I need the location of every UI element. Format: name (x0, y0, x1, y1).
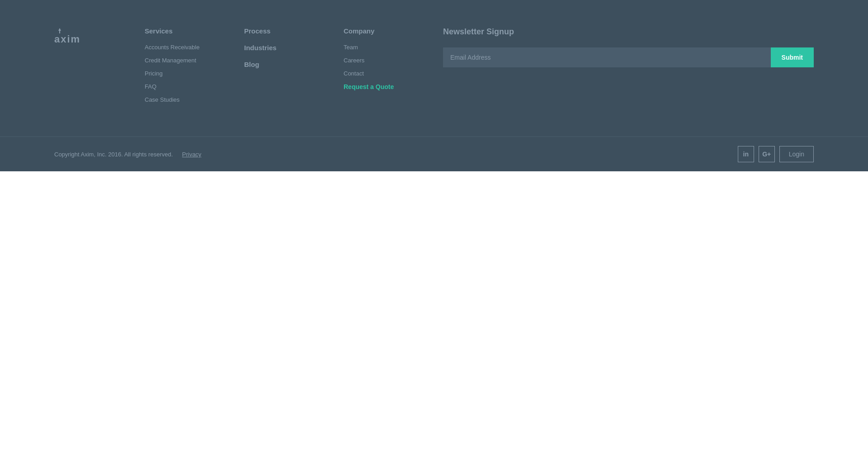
email-input[interactable] (443, 47, 771, 67)
footer: axim Services Accounts Receivable Credit… (0, 0, 868, 171)
footer-columns: Services Accounts Receivable Credit Mana… (145, 27, 814, 109)
services-link-case-studies[interactable]: Case Studies (145, 96, 208, 103)
svg-marker-1 (58, 28, 61, 31)
svg-text:axim: axim (54, 33, 80, 45)
login-button[interactable]: Login (779, 146, 814, 162)
white-section (0, 171, 868, 402)
services-header: Services (145, 27, 208, 35)
footer-bottom: Copyright Axim, Inc. 2016. All rights re… (0, 137, 868, 171)
logo-container: axim (54, 27, 108, 45)
newsletter-form: Submit (443, 47, 814, 67)
footer-logo: axim (54, 27, 108, 109)
footer-col-services: Services Accounts Receivable Credit Mana… (145, 27, 208, 109)
footer-col-company: Company Team Careers Contact Request a Q… (344, 27, 407, 109)
company-link-contact[interactable]: Contact (344, 70, 407, 77)
services-link-accounts-receivable[interactable]: Accounts Receivable (145, 44, 208, 51)
submit-button[interactable]: Submit (771, 47, 814, 67)
privacy-link[interactable]: Privacy (182, 151, 202, 158)
blog-link[interactable]: Blog (244, 61, 307, 68)
footer-bottom-left: Copyright Axim, Inc. 2016. All rights re… (54, 150, 201, 158)
copyright-text: Copyright Axim, Inc. 2016. All rights re… (54, 151, 173, 158)
googleplus-icon[interactable]: G+ (759, 146, 775, 162)
footer-col-process: Process Industries Blog (244, 27, 307, 109)
company-cta-link[interactable]: Request a Quote (344, 83, 407, 90)
company-header: Company (344, 27, 407, 35)
linkedin-icon[interactable]: in (738, 146, 754, 162)
footer-main: axim Services Accounts Receivable Credit… (0, 18, 868, 137)
services-link-pricing[interactable]: Pricing (145, 70, 208, 77)
services-link-faq[interactable]: FAQ (145, 83, 208, 90)
axim-logo-svg: axim (54, 27, 95, 45)
footer-bottom-right: in G+ Login (738, 146, 814, 162)
company-link-team[interactable]: Team (344, 44, 407, 51)
process-header: Process (244, 27, 307, 35)
industries-link[interactable]: Industries (244, 44, 307, 52)
newsletter-section: Newsletter Signup Submit (443, 27, 814, 109)
newsletter-title: Newsletter Signup (443, 27, 814, 37)
services-link-credit-management[interactable]: Credit Management (145, 57, 208, 64)
company-link-careers[interactable]: Careers (344, 57, 407, 64)
